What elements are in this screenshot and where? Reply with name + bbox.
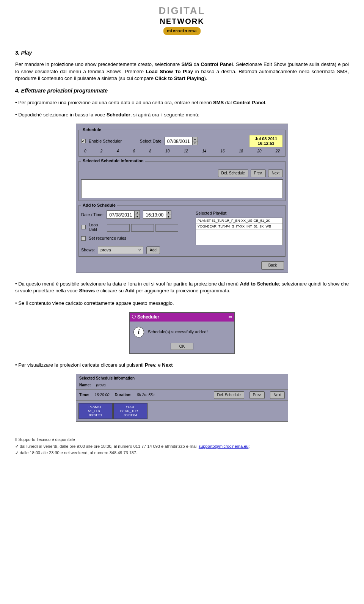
footer: Il Supporto Tecnico è disponibile dal lu… xyxy=(15,437,349,456)
up-arrow-icon[interactable]: ▲ xyxy=(193,137,198,141)
selected-schedule-info-panel: Selected Schedule Information Name: prov… xyxy=(76,374,288,422)
up-arrow-icon[interactable]: ▲ xyxy=(135,211,140,215)
dropdown-arrow-icon: ▽ xyxy=(138,248,141,252)
down-arrow-icon[interactable]: ▼ xyxy=(193,141,198,145)
add-to-schedule-fieldset: Add to Schedule Date / Time: 07/08/2011 … xyxy=(78,202,286,257)
selected-playlist-label: Selected Playlist: xyxy=(196,210,283,216)
next-button-2[interactable]: Next xyxy=(270,391,285,399)
prev-button-2[interactable]: Prev. xyxy=(249,391,265,399)
logo-header: DIGITAL NETWORK microcinema xyxy=(15,0,349,46)
section-3-title: 3. Play xyxy=(15,49,349,57)
after-scheduler-bullet-1: Da questo menù è possibile selezionare l… xyxy=(15,281,349,294)
shows-dropdown[interactable]: prova ▽ xyxy=(98,246,143,254)
del-schedule-button-2[interactable]: Del. Schedule xyxy=(214,391,244,399)
duration-label: Duration: xyxy=(115,392,131,398)
current-datetime-display: Jul 08 2011 16:12:53 xyxy=(249,135,283,147)
scheduler-dialog: Scheduler ▭ i Schedule(s) successfully a… xyxy=(129,312,235,354)
selected-schedule-legend: Selected Schedule Information xyxy=(81,158,145,164)
selected-schedule-info-fieldset: Selected Schedule Information Del. Sched… xyxy=(78,158,286,201)
section-4-bullet-2: Dopodichè selezionare in basso la voce S… xyxy=(15,111,349,118)
selected-playlist-list[interactable]: PLANET-51_TLR-1R_F_EN-XX_US-GB_51_2K YOG… xyxy=(196,218,283,245)
dialog-titlebar: Scheduler ▭ xyxy=(130,313,234,322)
name-value: prova xyxy=(96,383,106,388)
set-recurrence-label: Set recurrence rules xyxy=(89,235,126,241)
logo-line2: NETWORK xyxy=(158,16,205,27)
enable-scheduler-label: Enable Scheduler xyxy=(89,138,122,144)
add-button[interactable]: Add xyxy=(146,246,160,254)
loop-until-checkbox[interactable] xyxy=(81,225,86,229)
duration-value: 0h 2m 55s xyxy=(137,392,155,398)
loop-until-label: Loop Until xyxy=(89,223,104,232)
playlist-item[interactable]: YOGI-BEAR_TLR-F4_S_IT-XX_INT_51_2K_WB xyxy=(196,224,282,230)
footer-line-1: Il Supporto Tecnico è disponibile xyxy=(15,437,349,442)
dialog-message: Schedule(s) successfully added! xyxy=(148,329,208,335)
schedule-fieldset: Schedule Enable Scheduler Select Date 07… xyxy=(78,127,286,157)
schedule-info-display xyxy=(81,179,283,198)
select-date-label: Select Date xyxy=(140,138,162,144)
schedule-time-spinner[interactable]: 16:13:00 ▲▼ xyxy=(143,210,171,219)
footer-line-2: dal lunedì al venerdì, dalle ore 9:00 al… xyxy=(15,444,349,449)
down-arrow-icon[interactable]: ▼ xyxy=(135,215,140,219)
schedule-legend: Schedule xyxy=(81,127,103,133)
del-schedule-button[interactable]: Del. Schedule xyxy=(218,169,248,177)
dialog-icon xyxy=(132,315,136,318)
back-button[interactable]: Back xyxy=(261,261,284,270)
schedule-date-spinner[interactable]: 07/08/2011 ▲▼ xyxy=(107,210,140,219)
time-value: 16:20:00 xyxy=(95,392,110,398)
section-3-paragraph: Per mandare in proiezione uno show prece… xyxy=(15,61,349,82)
after-scheduler-bullet-2: Se il contenuto viene caricato correttam… xyxy=(15,300,349,307)
section-4-bullet-1: Per programmare una proiezione ad una ce… xyxy=(15,99,349,106)
after-dialog-bullet-1: Per visualizzare le proiezioni caricate … xyxy=(15,362,349,369)
logo-line3: microcinema xyxy=(163,27,201,35)
time-ruler: 0 2 4 6 8 10 12 14 16 18 20 22 xyxy=(81,147,283,154)
set-recurrence-checkbox[interactable] xyxy=(81,236,86,241)
down-arrow-icon[interactable]: ▼ xyxy=(166,215,171,219)
scheduler-panel: Schedule Enable Scheduler Select Date 07… xyxy=(76,124,288,273)
playlist-item[interactable]: PLANET-51_TLR-1R_F_EN-XX_US-GB_51_2K xyxy=(196,218,282,224)
up-arrow-icon[interactable]: ▲ xyxy=(166,211,171,215)
support-email-link[interactable]: supporto@microcinema.eu xyxy=(199,444,249,449)
time-label: Time: xyxy=(79,392,89,398)
select-date-spinner[interactable]: 07/08/2011 ▲▼ xyxy=(165,137,198,145)
info-icon: i xyxy=(133,327,144,337)
name-label: Name: xyxy=(79,383,91,388)
datetime-label: Date / Time: xyxy=(81,212,104,218)
section-4-title: 4. Effettuare proiezioni programmate xyxy=(15,87,349,95)
ok-button[interactable]: OK xyxy=(171,343,193,350)
prev-button[interactable]: Prev. xyxy=(251,169,266,177)
schedule-tile[interactable]: PLANET-51_TLR... 00:01:51 xyxy=(78,403,113,419)
footer-line-3: dalle 18:00 alle 23:30 e nei weekend, al… xyxy=(15,450,349,456)
enable-scheduler-checkbox[interactable] xyxy=(81,139,86,143)
logo-line1: DIGITAL xyxy=(158,4,205,17)
schedule-tile[interactable]: YOGI-BEAR_TLR... 00:01:04 xyxy=(113,403,147,419)
dialog-minimize-icon[interactable]: ▭ xyxy=(229,314,232,320)
next-button[interactable]: Next xyxy=(268,169,283,177)
shows-label: Shows: xyxy=(81,247,95,253)
add-to-schedule-legend: Add to Schedule xyxy=(81,202,117,208)
